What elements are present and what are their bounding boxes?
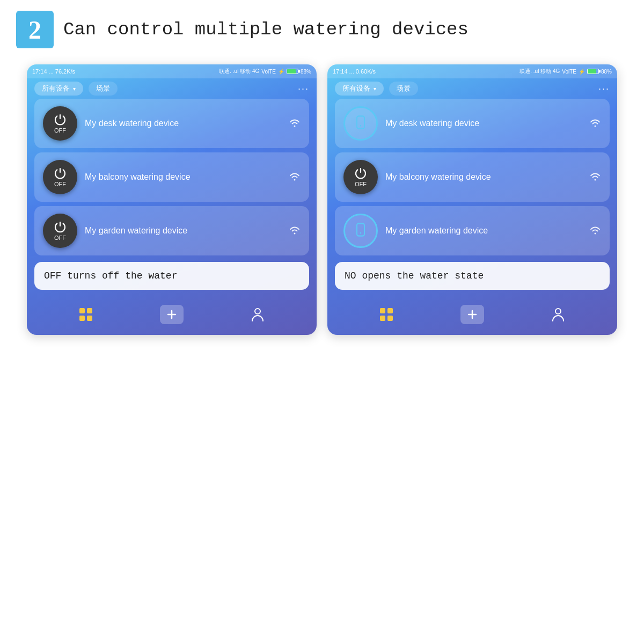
off-label-left-2: OFF (54, 235, 66, 241)
device-card-right-0[interactable]: My desk watering device (335, 99, 610, 148)
svg-rect-1 (87, 308, 92, 313)
power-icon-left-0 (54, 113, 67, 126)
svg-rect-9 (357, 223, 364, 236)
power-off-btn-left-0[interactable]: OFF (43, 106, 77, 141)
power-icon-left-1 (54, 167, 67, 180)
bottom-nav-right (327, 297, 617, 335)
step-number-badge: 2 (16, 11, 54, 48)
off-label-right-1: OFF (355, 181, 367, 187)
power-off-btn-left-2[interactable]: OFF (43, 214, 77, 248)
wifi-icon-right-1 (589, 172, 601, 182)
device-name-left-1: My balcony watering device (85, 172, 281, 182)
device-name-right-0: My desk watering device (385, 119, 582, 128)
nav-scene-right[interactable]: 场景 (389, 82, 418, 96)
wifi-icon-right-0 (589, 119, 601, 129)
status-right-right: 联通. .ul 移动 4G VolTE ⚡ 88% (519, 68, 612, 75)
chevron-icon-right: ▾ (374, 86, 376, 92)
power-off-btn-right-1[interactable]: OFF (343, 160, 378, 194)
nav-bar-right: 所有设备 ▾ 场景 ··· (327, 78, 617, 99)
home-icon-left[interactable] (74, 303, 98, 326)
wifi-icon-right-2 (589, 226, 601, 236)
off-label-left-1: OFF (54, 181, 66, 187)
svg-rect-2 (79, 316, 85, 321)
off-label-left-0: OFF (54, 127, 66, 134)
svg-rect-7 (357, 116, 364, 128)
svg-point-17 (555, 309, 561, 314)
phones-container: 17:14 ... 76.2K/s 联通. .ul 移动 4G VolTE ⚡ … (16, 64, 628, 335)
svg-rect-11 (380, 308, 385, 313)
device-card-left-2[interactable]: OFF My garden watering device (34, 206, 309, 255)
page-header: 2 Can control multiple watering devices (16, 11, 628, 48)
svg-rect-3 (87, 316, 92, 321)
svg-rect-14 (387, 316, 393, 321)
device-name-left-2: My garden watering device (85, 226, 281, 236)
phone-icon-right-0 (353, 115, 368, 132)
svg-rect-12 (387, 308, 393, 313)
status-bar-right: 17:14 ... 0.60K/s 联通. .ul 移动 4G VolTE ⚡ … (327, 64, 617, 78)
page-title: Can control multiple watering devices (63, 19, 469, 40)
phone-screen-right: 17:14 ... 0.60K/s 联通. .ul 移动 4G VolTE ⚡ … (327, 64, 617, 335)
nav-all-devices-left[interactable]: 所有设备 ▾ (34, 82, 83, 96)
status-bar-left: 17:14 ... 76.2K/s 联通. .ul 移动 4G VolTE ⚡ … (27, 64, 317, 78)
power-icon-left-2 (54, 221, 67, 233)
chevron-icon-left: ▾ (73, 86, 76, 92)
wifi-icon-left-0 (289, 119, 301, 129)
device-list-right: My desk watering device (327, 99, 617, 255)
device-name-left-0: My desk watering device (85, 119, 281, 128)
user-icon-right[interactable] (546, 303, 570, 326)
status-right-left: 联通. .ul 移动 4G VolTE ⚡ 88% (219, 68, 311, 75)
device-name-right-2: My garden watering device (385, 226, 582, 236)
device-card-right-2[interactable]: My garden watering device (335, 206, 610, 255)
nav-scene-left[interactable]: 场景 (89, 82, 118, 96)
wifi-icon-left-2 (289, 226, 301, 236)
power-icon-right-1 (354, 167, 367, 180)
home-icon-right[interactable] (375, 303, 398, 326)
svg-rect-13 (380, 316, 385, 321)
power-off-btn-left-1[interactable]: OFF (43, 160, 77, 194)
phone-icon-right-2 (353, 222, 368, 239)
nav-bar-left: 所有设备 ▾ 场景 ··· (27, 78, 317, 99)
power-on-btn-right-0[interactable] (343, 106, 378, 141)
device-card-left-1[interactable]: OFF My balcony watering device (34, 152, 309, 202)
battery-bar-right (587, 69, 599, 74)
device-card-right-1[interactable]: OFF My balcony watering device (335, 152, 610, 202)
wifi-icon-left-1 (289, 172, 301, 182)
power-on-btn-right-2[interactable] (343, 214, 378, 248)
device-list-left: OFF My desk watering device (27, 99, 317, 255)
user-icon-left[interactable] (246, 303, 269, 326)
bottom-nav-left (27, 297, 317, 335)
step-number: 2 (28, 15, 41, 45)
status-time-left: 17:14 ... 76.2K/s (32, 68, 75, 75)
add-btn-left[interactable] (160, 303, 184, 326)
nav-all-devices-right[interactable]: 所有设备 ▾ (335, 82, 384, 96)
phone-screen-left: 17:14 ... 76.2K/s 联通. .ul 移动 4G VolTE ⚡ … (27, 64, 317, 335)
device-name-right-1: My balcony watering device (385, 172, 582, 182)
nav-more-icon-left[interactable]: ··· (298, 83, 309, 94)
status-time-right: 17:14 ... 0.60K/s (333, 68, 376, 75)
battery-bar-left (287, 69, 298, 74)
svg-rect-0 (79, 308, 85, 313)
caption-left: OFF turns off the water (34, 262, 309, 290)
add-btn-right[interactable] (460, 303, 484, 326)
device-card-left-0[interactable]: OFF My desk watering device (34, 99, 309, 148)
caption-right: NO opens the water state (335, 262, 610, 290)
nav-more-icon-right[interactable]: ··· (598, 83, 610, 94)
svg-point-6 (255, 309, 260, 314)
